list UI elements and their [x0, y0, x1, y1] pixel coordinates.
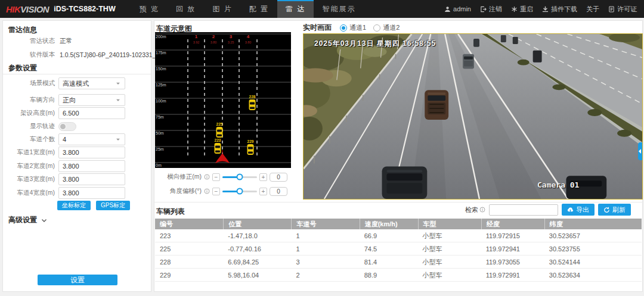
channel-radio-2[interactable]: 通道2 [373, 23, 400, 32]
svg-text:3.92: 3.92 [193, 40, 200, 44]
lane1-width-input[interactable]: 3.800 [58, 147, 125, 158]
slider-row: 横向修正(m)−+0 [157, 172, 291, 182]
vehicle-direction-select[interactable]: 正向 [58, 94, 125, 106]
decrement-button[interactable]: − [212, 188, 220, 195]
input-value: 6.500 [63, 110, 121, 117]
param-label: 车道2宽度(m) [7, 162, 55, 170]
lane2-width-input[interactable]: 3.800 [58, 160, 125, 172]
caret-down-icon [115, 80, 121, 86]
coord-calibration-button[interactable]: 坐标标定 [57, 201, 91, 210]
table-cell: 30.523755 [544, 242, 642, 255]
svg-text:0m: 0m [156, 163, 162, 167]
svg-text:3.25: 3.25 [228, 40, 234, 44]
slider-value-input[interactable]: 0 [270, 173, 287, 182]
table-row[interactable]: 223-1.47,18.0166.9小型车119.97291530.523657 [155, 229, 642, 242]
table-row[interactable]: 225-0.77,40.16174.5小型车119.97294130.52375… [155, 242, 642, 256]
header-action-license[interactable]: 许可证 [608, 5, 637, 14]
header-action-user[interactable]: admin [444, 5, 471, 13]
table-cell: 1 [291, 229, 359, 242]
decrement-button[interactable]: − [212, 173, 220, 181]
scene-mode-select[interactable]: 高速模式 [58, 77, 125, 89]
param-label: 车道个数 [7, 135, 55, 144]
increment-button[interactable]: + [259, 173, 267, 181]
lane3-width-input[interactable]: 3.800 [58, 173, 125, 185]
nav-tab-picture[interactable]: 图 片 [204, 0, 240, 18]
reboot-icon [511, 6, 518, 13]
table-cell: 30.523634 [544, 269, 642, 281]
column-header: 车道号 [291, 219, 359, 229]
header-action-reboot[interactable]: 重启 [511, 5, 533, 14]
nav-tab-config[interactable]: 配 置 [241, 0, 277, 18]
calib-buttons: 坐标标定GPS标定 [57, 201, 130, 210]
set-button[interactable]: 设置 [38, 275, 117, 285]
table-row[interactable]: 2295.98,16.04288.9小型车119.97299130.523634 [155, 269, 642, 282]
channel-radio-1[interactable]: 通道1 [340, 23, 366, 32]
table-cell: 30.524144 [544, 256, 642, 268]
slider-label: 横向修正(m) [157, 173, 202, 181]
slider-handle[interactable] [237, 188, 243, 195]
refresh-icon [603, 207, 610, 213]
advanced-settings-label: 高级设置 [8, 215, 37, 225]
table-cell: 1 [291, 242, 359, 255]
download-icon [542, 6, 549, 13]
slider-row: 角度偏移(°)−+0 [157, 186, 291, 196]
param-row: 车道2宽度(m)3.800 [7, 160, 147, 172]
param-row: 车道3宽度(m)3.800 [7, 173, 147, 185]
header-action-logout[interactable]: 注销 [480, 5, 502, 14]
slider-value-input[interactable]: 0 [270, 187, 287, 196]
device-model: iDS-TCS882-THW [54, 5, 115, 13]
toggle-knob [60, 123, 66, 130]
header-action-plugin-download[interactable]: 插件下载 [542, 5, 577, 14]
nav-tab-radar[interactable]: 雷 达 [277, 0, 314, 18]
svg-text:50m: 50m [156, 131, 164, 135]
user-label: admin [453, 5, 471, 13]
search-input[interactable] [489, 204, 558, 216]
table-cell: 81.4 [360, 256, 418, 268]
advanced-settings-toggle[interactable]: 高级设置 [8, 215, 48, 225]
svg-text:1: 1 [195, 34, 198, 39]
caret-down-icon [115, 97, 121, 103]
slider-track[interactable] [222, 176, 257, 178]
column-header: 位置 [223, 219, 291, 229]
person-icon [444, 6, 451, 13]
slider-track[interactable] [222, 191, 257, 192]
svg-text:25m: 25m [156, 147, 164, 151]
input-value: 3.800 [63, 176, 121, 183]
nav-tab-smart-display[interactable]: 智能展示 [314, 0, 364, 18]
params-title: 参数设置 [8, 63, 37, 73]
param-row: 车道个数4 [7, 133, 147, 145]
show-track-toggle[interactable] [58, 122, 76, 131]
lane4-width-input[interactable]: 3.800 [58, 187, 125, 199]
svg-text:4: 4 [247, 34, 250, 39]
table-cell: 小型车 [418, 229, 481, 242]
caret-down-icon [115, 136, 121, 142]
table-cell: 119.972941 [481, 242, 544, 255]
table-row[interactable]: 2286.69,84.25381.4小型车119.97305530.524144 [155, 256, 642, 269]
slider-handle[interactable] [237, 174, 243, 180]
panel-collapse-handle[interactable] [638, 142, 642, 160]
svg-text:228: 228 [249, 95, 256, 99]
column-header: 速度(km/h) [360, 219, 418, 229]
nav-tab-playback[interactable]: 回 放 [168, 0, 204, 18]
radar-vehicle: 228 [249, 95, 256, 111]
refresh-button[interactable]: 刷新 [598, 204, 631, 216]
param-row: 场景模式高速模式 [7, 77, 147, 89]
table-cell: -1.47,18.0 [223, 229, 291, 242]
export-button[interactable]: 导出 [562, 204, 595, 216]
info-row: 软件版本1.0.5(STJ)80-6P_240119-102331_... [7, 51, 147, 59]
select-value: 4 [63, 136, 115, 143]
radio-icon [340, 24, 347, 32]
header-action-about[interactable]: 关于 [586, 5, 599, 14]
param-row: 车道4宽度(m)3.800 [7, 187, 147, 199]
svg-text:200m: 200m [156, 35, 166, 39]
increment-button[interactable]: + [259, 188, 267, 195]
table-cell: 119.973055 [481, 256, 544, 268]
gps-calibration-button[interactable]: GPS标定 [96, 201, 130, 210]
param-label: 场景模式 [7, 79, 55, 88]
column-header: 编号 [155, 219, 223, 229]
radio-label: 通道1 [349, 23, 366, 32]
mount-height-input[interactable]: 6.500 [58, 107, 125, 119]
param-row: 车道1宽度(m)3.800 [7, 147, 147, 158]
nav-tab-preview[interactable]: 预 览 [131, 0, 168, 18]
lane-count-select[interactable]: 4 [58, 133, 125, 145]
